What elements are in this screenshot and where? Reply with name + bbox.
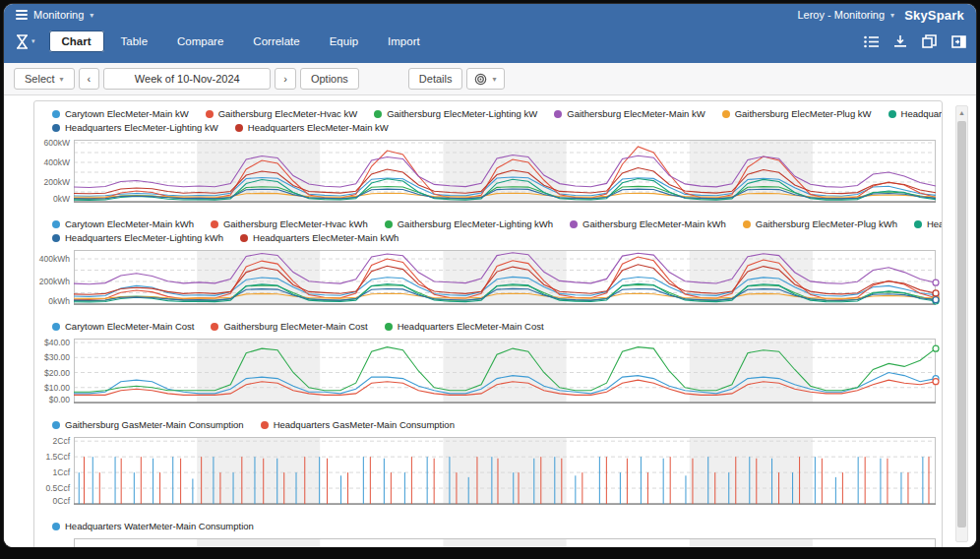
copy-icon[interactable] xyxy=(922,34,937,48)
legend-item[interactable]: Gaithersburg ElecMeter-Main kWh xyxy=(570,218,726,229)
legend-dot-icon xyxy=(206,110,214,118)
toolbar: Select ▾ ‹ Week of 10-Nov-2024 › Options… xyxy=(4,63,976,95)
bullseye-icon xyxy=(474,73,487,86)
tab-compare[interactable]: Compare xyxy=(164,31,236,52)
legend-item[interactable]: Headquarters GasMeter-Main Consumption xyxy=(261,419,455,430)
chart-svg: $40.00$30.00$20.00$10.00$0.00 xyxy=(34,339,942,404)
next-arrow: › xyxy=(283,73,287,85)
tab-import[interactable]: Import xyxy=(375,31,433,52)
prev-period-button[interactable]: ‹ xyxy=(79,68,100,90)
legend-dot-icon xyxy=(52,124,60,132)
legend-item[interactable]: Headquarters ElecMeter-Lighting kWh xyxy=(52,232,223,243)
legend-label: Gaithersburg ElecMeter-Lighting kW xyxy=(387,108,537,119)
charts-panel: Carytown ElecMeter-Main kWGaithersburg E… xyxy=(33,100,943,547)
legend-item[interactable]: Gaithersburg ElecMeter-Plug kWh xyxy=(743,218,897,229)
chevron-down-icon: ▾ xyxy=(60,75,64,84)
legend-item[interactable]: Carytown ElecMeter-Main kWh xyxy=(52,218,194,229)
y-tick-label: 0kW xyxy=(53,194,70,203)
legend-item[interactable]: Headquarters WaterMeter-Main Consumption xyxy=(52,521,254,531)
chevron-down-icon: ▾ xyxy=(90,11,93,20)
tab-strip: ChartTableCompareCorrelateEquipImport xyxy=(49,31,433,52)
nav-bar: ▾ ChartTableCompareCorrelateEquipImport xyxy=(4,26,976,63)
tab-table[interactable]: Table xyxy=(108,31,161,52)
download-icon[interactable] xyxy=(893,34,907,48)
top-bar: Monitoring ▾ Leroy - Monitoring ▾ SkySpa… xyxy=(4,4,976,26)
legend-dot-icon xyxy=(52,523,60,530)
y-tick-label: 0kWh xyxy=(48,296,70,305)
legend-item[interactable]: Gaithersburg GasMeter-Main Consumption xyxy=(52,419,244,430)
y-tick-label: 1Ccf xyxy=(53,467,71,477)
legend-item[interactable]: Gaithersburg ElecMeter-Plug kW xyxy=(722,108,872,119)
legend-label: Headquarters ElecMeter-Main kW xyxy=(248,122,389,133)
legend-label: Carytown ElecMeter-Main kW xyxy=(65,108,189,119)
legend-dot-icon xyxy=(211,323,218,331)
legend-label: Headquarters WaterMeter-Main Consumption xyxy=(65,521,254,531)
options-button[interactable]: Options xyxy=(300,68,359,90)
y-tick-label: $20.00 xyxy=(44,368,70,378)
y-tick-label: $10.00 xyxy=(44,383,70,393)
legend-item[interactable]: Gaithersburg ElecMeter-Main Cost xyxy=(211,321,367,332)
tab-chart[interactable]: Chart xyxy=(49,31,104,52)
legend-item[interactable]: Headquarters ElecMeter-Main kW xyxy=(235,122,389,133)
tab-equip[interactable]: Equip xyxy=(317,31,371,52)
chart-plot: $40.00$30.00$20.00$10.00$0.00 xyxy=(34,339,942,404)
chart-water-consumption: Headquarters WaterMeter-Main Consumption… xyxy=(34,518,942,547)
target-tool-button[interactable]: ▾ xyxy=(466,68,504,90)
chevron-down-icon: ▾ xyxy=(31,37,35,45)
legend-item[interactable]: Headquarters ElecMeter-Main Cost xyxy=(385,321,544,332)
legend-label: Headquarters ElecMeter-Hvac kW xyxy=(901,108,943,119)
chart-legend: Headquarters WaterMeter-Main Consumption xyxy=(34,518,942,538)
select-button[interactable]: Select ▾ xyxy=(14,68,75,90)
next-period-button[interactable]: › xyxy=(275,68,296,90)
legend-item[interactable]: Carytown ElecMeter-Main kW xyxy=(52,108,189,119)
legend-item[interactable]: Gaithersburg ElecMeter-Hvac kW xyxy=(206,108,357,119)
app-window: Monitoring ▾ Leroy - Monitoring ▾ SkySpa… xyxy=(4,4,976,547)
legend-item[interactable]: Headquarters ElecMeter-Hvac kWh xyxy=(914,218,943,229)
chevron-down-icon: ▾ xyxy=(890,11,894,20)
legend-item[interactable]: Headquarters ElecMeter-Hvac kW xyxy=(888,108,943,119)
legend-label: Carytown ElecMeter-Main Cost xyxy=(65,321,194,332)
legend-item[interactable]: Gaithersburg ElecMeter-Hvac kWh xyxy=(211,218,368,229)
menu-icon xyxy=(16,10,28,20)
details-button[interactable]: Details xyxy=(408,68,463,90)
vertical-scrollbar[interactable]: ▲ xyxy=(955,105,968,542)
legend-label: Gaithersburg ElecMeter-Main kW xyxy=(567,108,704,119)
chart-legend: Carytown ElecMeter-Main kWGaithersburg E… xyxy=(34,105,942,140)
legend-item[interactable]: Gaithersburg ElecMeter-Lighting kWh xyxy=(385,218,553,229)
legend-dot-icon xyxy=(743,220,751,228)
legend-label: Gaithersburg ElecMeter-Hvac kWh xyxy=(223,218,368,229)
legend-dot-icon xyxy=(261,421,269,429)
user-menu[interactable]: Leroy - Monitoring ▾ xyxy=(797,9,894,21)
legend-item[interactable]: Headquarters ElecMeter-Lighting kW xyxy=(52,122,218,133)
chevron-down-icon: ▾ xyxy=(492,75,496,84)
legend-dot-icon xyxy=(554,110,562,118)
legend-item[interactable]: Gaithersburg ElecMeter-Lighting kW xyxy=(374,108,537,119)
legend-label: Headquarters ElecMeter-Lighting kW xyxy=(65,122,218,133)
legend-item[interactable]: Carytown ElecMeter-Main Cost xyxy=(52,321,194,332)
tab-correlate[interactable]: Correlate xyxy=(240,31,312,52)
legend-item[interactable]: Gaithersburg ElecMeter-Main kW xyxy=(554,108,704,119)
app-menu[interactable]: Monitoring ▾ xyxy=(16,9,93,21)
history-tool-button[interactable]: ▾ xyxy=(16,34,35,49)
options-button-label: Options xyxy=(311,73,348,85)
legend-dot-icon xyxy=(570,220,578,228)
skyspark-logo: SkySpark xyxy=(904,8,964,23)
legend-dot-icon xyxy=(374,110,382,118)
legend-item[interactable]: Headquarters ElecMeter-Main kWh xyxy=(240,232,398,243)
series-end-marker xyxy=(933,379,939,385)
legend-row: Gaithersburg GasMeter-Main ConsumptionHe… xyxy=(52,419,938,430)
list-view-icon[interactable] xyxy=(864,35,879,48)
y-tick-label: $0.00 xyxy=(49,395,71,404)
period-field[interactable]: Week of 10-Nov-2024 xyxy=(103,68,271,90)
user-menu-label: Leroy - Monitoring xyxy=(797,9,885,21)
y-tick-label: 0Ccf xyxy=(53,496,71,505)
scrollbar-thumb[interactable] xyxy=(957,121,966,528)
chart-legend: Carytown ElecMeter-Main CostGaithersburg… xyxy=(34,318,942,339)
legend-row: Headquarters ElecMeter-Lighting kWHeadqu… xyxy=(52,122,938,133)
legend-dot-icon xyxy=(52,323,60,331)
expand-panel-icon[interactable] xyxy=(951,35,966,48)
scroll-up-button[interactable]: ▲ xyxy=(956,106,967,119)
legend-label: Gaithersburg ElecMeter-Hvac kW xyxy=(218,108,357,119)
legend-label: Gaithersburg ElecMeter-Main kWh xyxy=(582,218,726,229)
chart-elec-cost: Carytown ElecMeter-Main CostGaithersburg… xyxy=(34,318,942,404)
